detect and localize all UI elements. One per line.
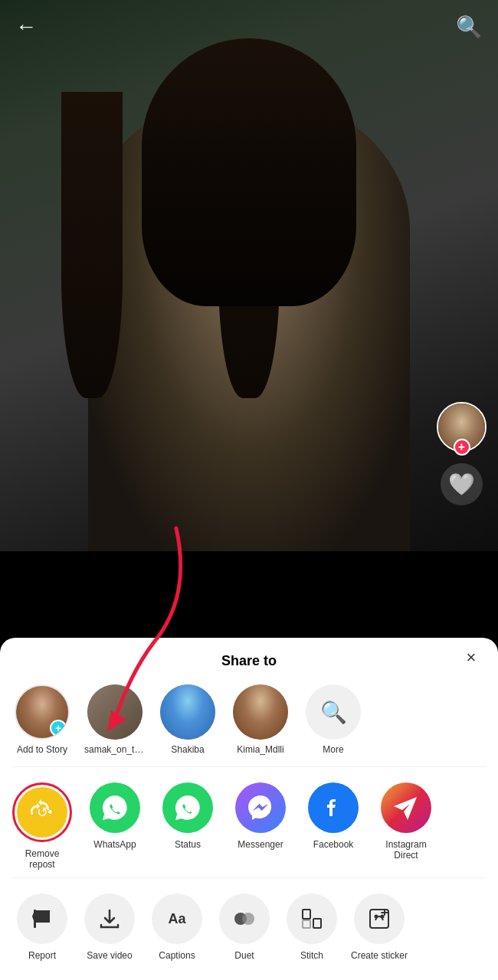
sheet-header: Share to × (0, 638, 498, 677)
svg-point-4 (242, 913, 254, 925)
kimia-label: Kimia_Mdlli (237, 744, 283, 755)
report-label: Report (28, 950, 56, 961)
story-item-more[interactable]: 🔍 More (303, 684, 364, 755)
back-button[interactable]: ← (15, 15, 37, 39)
actions-row: Report Save video Aa Captions (0, 882, 498, 965)
avatar-plus-icon: + (454, 439, 470, 456)
apps-row: ↺ Remove repost WhatsApp S (0, 771, 498, 874)
shakiba-avatar (160, 684, 215, 740)
divider-1 (11, 766, 487, 767)
whatsapp-icon (90, 782, 140, 833)
add-story-plus-icon: + (50, 720, 67, 737)
status-icon (162, 782, 213, 833)
action-item-report[interactable]: Report (11, 893, 73, 961)
action-item-captions[interactable]: Aa Captions (146, 893, 208, 961)
action-item-create-sticker[interactable]: Create sticker (349, 893, 410, 961)
captions-icon: Aa (152, 893, 202, 944)
video-background: ← 🔍 + 🤍 (0, 0, 498, 551)
samak-label: samak_on_t he_move (84, 744, 146, 755)
story-item-add-to-story[interactable]: + Add to Story (11, 684, 73, 755)
hair-top (142, 38, 356, 306)
add-story-label: Add to Story (17, 744, 67, 755)
story-item-kimia[interactable]: Kimia_Mdlli (230, 684, 291, 755)
save-video-label: Save video (87, 950, 132, 961)
svg-point-9 (375, 916, 378, 918)
instagram-direct-label: Instagram Direct (375, 839, 437, 861)
more-label: More (323, 744, 343, 755)
instagram-direct-icon (381, 782, 431, 833)
duet-label: Duet (234, 950, 254, 961)
messenger-label: Messenger (238, 839, 283, 850)
add-story-avatar: + (15, 684, 70, 740)
share-bottom-sheet: Share to × + Add to Story samak_on_t he_… (0, 638, 498, 980)
svg-rect-6 (313, 919, 321, 928)
app-item-instagram-direct[interactable]: Instagram Direct (375, 782, 437, 870)
shakiba-label: Shakiba (171, 744, 204, 755)
profile-avatar-container[interactable]: + (437, 402, 487, 452)
top-nav: ← 🔍 (0, 0, 498, 54)
repost-highlight-border: ↺ (12, 782, 72, 842)
repost-icon: ↺ (17, 787, 67, 838)
facebook-icon (308, 782, 359, 833)
action-item-stitch[interactable]: Stitch (281, 893, 342, 961)
svg-point-10 (382, 916, 384, 918)
more-search-circle: 🔍 (306, 684, 361, 740)
story-item-shakiba[interactable]: Shakiba (157, 684, 218, 755)
stitch-label: Stitch (300, 950, 323, 961)
divider-2 (11, 877, 487, 878)
whatsapp-label: WhatsApp (93, 839, 136, 850)
search-button[interactable]: 🔍 (456, 15, 483, 40)
status-label: Status (175, 839, 201, 850)
duet-icon (219, 893, 270, 944)
hair-left (61, 92, 123, 398)
create-sticker-icon (354, 893, 405, 944)
action-item-save-video[interactable]: Save video (79, 893, 140, 961)
story-item-samak[interactable]: samak_on_t he_move (84, 684, 146, 755)
report-icon (17, 893, 67, 944)
repost-label: Remove repost (11, 848, 73, 870)
app-item-remove-repost[interactable]: ↺ Remove repost (11, 782, 73, 870)
app-item-whatsapp[interactable]: WhatsApp (84, 782, 146, 870)
svg-rect-5 (303, 910, 310, 919)
svg-rect-7 (303, 920, 310, 928)
stories-row: + Add to Story samak_on_t he_move Shakib… (0, 677, 498, 763)
facebook-label: Facebook (313, 839, 354, 850)
stitch-icon (287, 893, 337, 944)
messenger-icon (235, 782, 286, 833)
svg-text:↺: ↺ (37, 805, 48, 820)
like-container[interactable]: 🤍 (441, 463, 483, 505)
sheet-title: Share to (221, 653, 277, 669)
close-button[interactable]: × (460, 646, 483, 669)
save-video-icon (84, 893, 135, 944)
app-item-status[interactable]: Status (157, 782, 218, 870)
app-item-messenger[interactable]: Messenger (230, 782, 291, 870)
svg-rect-2 (34, 910, 36, 928)
action-item-duet[interactable]: Duet (214, 893, 275, 961)
create-sticker-label: Create sticker (351, 950, 408, 961)
app-item-facebook[interactable]: Facebook (303, 782, 364, 870)
samak-avatar (87, 684, 143, 740)
heart-icon: 🤍 (441, 463, 483, 505)
captions-label: Captions (159, 950, 195, 961)
kimia-avatar (233, 684, 288, 740)
